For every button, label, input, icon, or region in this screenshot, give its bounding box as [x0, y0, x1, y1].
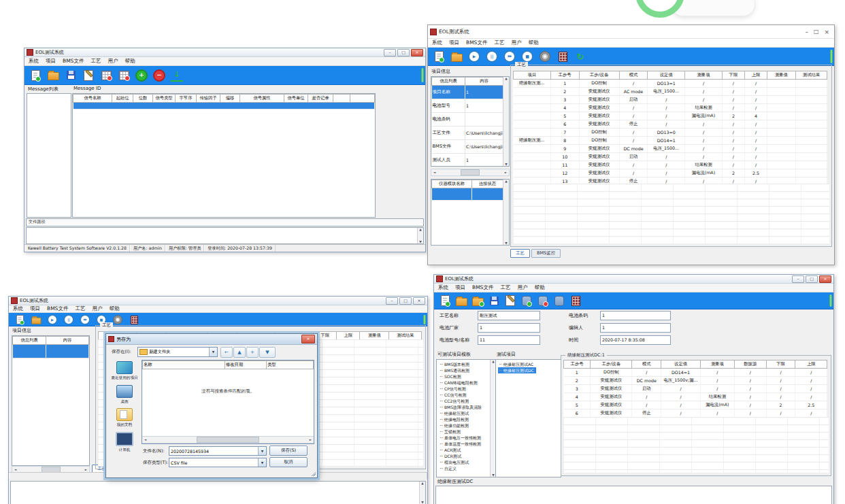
column-header[interactable]: 信号名称 — [73, 95, 112, 103]
scroll-up-icon[interactable]: ▲ — [418, 228, 424, 231]
column-header[interactable]: 工步号 — [564, 360, 591, 369]
column-header[interactable]: 字节序 — [176, 95, 197, 103]
column-header[interactable]: 修改日期 — [225, 361, 267, 369]
column-header[interactable]: 数据源 — [734, 360, 766, 369]
menu-item[interactable]: 用户 — [511, 39, 521, 46]
open-folder-icon[interactable] — [31, 315, 41, 324]
step-row[interactable]: 6安规测试仪 停止/ // // — [564, 409, 827, 418]
edit-file-icon[interactable] — [82, 70, 95, 81]
step-row[interactable]: 5安规测试仪 // 漏电流(mA)/ 22.5 — [564, 401, 827, 409]
battery-maker-input[interactable]: 1 — [478, 323, 540, 333]
scroll-left-icon[interactable]: ◄ — [12, 468, 18, 471]
pause-icon[interactable]: || — [486, 51, 498, 62]
maximize-button[interactable]: □ — [806, 275, 818, 283]
process-row[interactable]: 4 安规测试仪/ /结果检测 // — [514, 104, 827, 112]
editor-input[interactable]: 1 — [600, 323, 671, 333]
column-header[interactable]: 下限 — [766, 360, 795, 369]
column-header[interactable] — [333, 95, 350, 103]
dialog-titlebar[interactable]: 另存为 × — [106, 334, 317, 345]
scroll-down-icon[interactable]: ▼ — [420, 501, 426, 504]
menu-item[interactable]: 帮助 — [109, 305, 119, 312]
process-row[interactable]: 绝缘耐压测...1 DO控制/ DO13=1/ // — [514, 80, 827, 88]
tree-item[interactable]: CC信号检测 — [439, 392, 496, 398]
minimize-button[interactable]: – — [805, 29, 808, 35]
battery-model-input[interactable]: 11 — [478, 335, 540, 345]
scroll-thumb[interactable] — [197, 437, 259, 443]
column-header[interactable]: 仪器模块名称 — [432, 180, 472, 188]
column-header[interactable]: 测量值 — [767, 71, 796, 80]
scroll-up-icon[interactable]: ▲ — [503, 180, 510, 183]
titlebar[interactable]: EOL测试系统 – □ × — [24, 48, 425, 57]
file-path-field[interactable]: 文件路径 — [26, 218, 424, 226]
tree-item[interactable]: BMS通讯检测 — [439, 367, 496, 373]
minimize-button[interactable]: – — [384, 49, 396, 56]
scroll-right-icon[interactable]: ► — [503, 171, 509, 174]
open-folder-icon[interactable] — [450, 51, 463, 62]
new-file-icon[interactable] — [433, 51, 445, 62]
column-header[interactable]: 信息列表 — [13, 337, 46, 345]
process-row[interactable]: 2 安规测试仪AC mode 电压_1500.../ // — [514, 88, 827, 96]
minimize-button[interactable]: – — [792, 275, 804, 283]
import-icon[interactable]: ↓ — [171, 69, 183, 82]
menu-item[interactable]: BMS文件 — [472, 284, 493, 291]
tree-item[interactable]: CAN终端电阻检测 — [439, 380, 496, 386]
tree-item[interactable]: SOC检测 — [439, 373, 496, 380]
tree-item[interactable]: 绝缘功能检测 — [439, 422, 496, 429]
tree-item[interactable]: 绝缘耐压测试 — [439, 410, 496, 416]
menu-item[interactable]: 用户 — [517, 284, 527, 291]
step-row[interactable]: 1DO控制 /DO14=1 // // — [564, 369, 827, 377]
process-row[interactable]: 绝缘耐压测...8 DO控制/ DO14=1/ // — [514, 137, 827, 145]
dropdown-arrow-icon[interactable]: ▼ — [258, 447, 266, 455]
new-file-icon[interactable] — [439, 295, 451, 306]
maximize-button[interactable]: □ — [397, 49, 410, 56]
resize-grip[interactable] — [311, 471, 316, 476]
menu-item[interactable]: 帮助 — [125, 58, 135, 65]
up-folder-icon[interactable]: ▲ — [233, 347, 246, 358]
scroll-down-icon[interactable]: ▼ — [503, 163, 510, 166]
menu-item[interactable]: 用户 — [92, 305, 102, 312]
process-row[interactable]: 11 安规测试仪/ /结果检测 // — [514, 161, 827, 169]
selected-row[interactable] — [432, 188, 503, 201]
column-header[interactable]: 起始位 — [112, 95, 133, 103]
views-icon[interactable]: ▼ — [259, 347, 276, 358]
save-icon[interactable] — [65, 70, 77, 81]
column-header[interactable]: 项目 — [514, 71, 551, 80]
refresh-icon[interactable]: ↻ — [574, 51, 586, 62]
column-header[interactable]: 工步/设备 — [579, 71, 619, 80]
tab[interactable]: BMS监控 — [531, 249, 561, 258]
column-header[interactable]: 类型 — [267, 361, 314, 369]
scroll-left-icon[interactable]: ◄ — [431, 171, 437, 174]
menu-item[interactable]: 工艺 — [90, 58, 101, 65]
dialog-close-button[interactable]: × — [301, 335, 315, 343]
column-header[interactable]: 偏移 — [220, 95, 240, 103]
stop-icon[interactable]: ■ — [521, 51, 533, 62]
scroll-right-icon[interactable]: ► — [83, 468, 89, 471]
column-header[interactable]: 内容 — [465, 78, 503, 86]
menu-item[interactable]: 系统 — [432, 39, 442, 46]
column-header[interactable]: 模式 — [632, 360, 661, 369]
log-box[interactable]: ▲ ▼ — [10, 481, 426, 504]
device-scrollbar[interactable]: ▲ ▼ — [503, 180, 509, 245]
column-header[interactable]: 名称 — [143, 361, 225, 369]
table-delete-icon[interactable] — [118, 70, 130, 81]
menu-item[interactable]: BMS文件 — [63, 58, 84, 65]
calculator-icon[interactable] — [569, 295, 582, 306]
column-header[interactable]: 下限 — [722, 71, 744, 80]
column-header[interactable]: 测量项 — [700, 360, 734, 369]
info-row[interactable]: 工艺文件 C:\Users\lichangjiang\Desktop\... — [432, 127, 503, 140]
step-row[interactable]: 4安规测试仪 // 结果检测/ // — [564, 393, 827, 401]
menu-item[interactable]: 工艺 — [75, 305, 85, 312]
process-row[interactable]: 3 安规测试仪启动 // // — [514, 96, 827, 104]
selected-row[interactable] — [73, 103, 375, 110]
menu-item[interactable]: 系统 — [13, 305, 23, 312]
menu-item[interactable]: 帮助 — [528, 39, 538, 46]
menu-item[interactable]: 工艺 — [500, 284, 510, 291]
tree-item[interactable]: 单体电压一致性检测 — [439, 435, 496, 441]
maximize-button[interactable]: □ — [399, 297, 412, 305]
minimize-button[interactable]: – — [386, 297, 398, 305]
time-input[interactable]: 2020-07-17 8:35:08 — [600, 335, 671, 345]
maximize-button[interactable]: □ — [814, 29, 819, 35]
process-row[interactable]: 12 安规测试仪/ /漏电流(mA) 22.5 — [514, 169, 827, 178]
save-button[interactable]: 保存(S) — [269, 446, 308, 456]
titlebar[interactable]: EOL测试系统 – □ × — [9, 297, 427, 305]
